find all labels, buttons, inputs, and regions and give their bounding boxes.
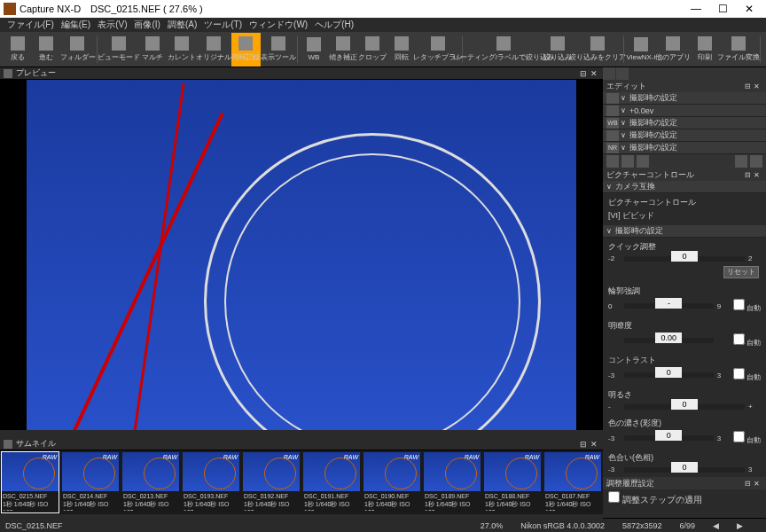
thumbnail-scrollbar[interactable] bbox=[0, 514, 603, 523]
next-icon[interactable]: ▶ bbox=[737, 521, 743, 530]
close-icon[interactable]: ✕ bbox=[754, 480, 762, 488]
panel-close-icon[interactable]: ✕ bbox=[589, 69, 599, 78]
action-icon[interactable] bbox=[637, 155, 649, 168]
pin-icon[interactable]: ⊟ bbox=[745, 82, 754, 90]
thumbnail-item[interactable]: RAWDSC_0192.NEF1秒 1/640秒 ISO 100 bbox=[243, 452, 300, 512]
status-file: DSC_0215.NEF bbox=[5, 521, 63, 530]
multi-button[interactable]: マルチ bbox=[138, 33, 167, 66]
undo-icon[interactable] bbox=[735, 155, 747, 168]
minimize-button[interactable]: — bbox=[683, 3, 709, 15]
thumbnail-item[interactable]: RAWDSC_0187.NEF1秒 1/640秒 ISO 100 bbox=[544, 452, 601, 512]
edit-row[interactable]: ∨撮影時の設定 bbox=[603, 92, 766, 105]
back-button[interactable]: 戻る bbox=[4, 33, 32, 66]
camera-compat-row[interactable]: ∨カメラ互換 bbox=[603, 181, 766, 193]
slider[interactable]: 0.00 bbox=[624, 338, 714, 343]
preview-area[interactable] bbox=[0, 80, 603, 430]
slider[interactable]: 0 bbox=[624, 372, 714, 378]
titlebar: Capture NX-D DSC_0215.NEF ( 27.6% ) — ☐ … bbox=[0, 0, 766, 18]
edit-row[interactable]: NR∨撮影時の設定 bbox=[603, 142, 766, 154]
preview-header: プレビュー ⊟ ✕ bbox=[0, 67, 603, 80]
menu-item[interactable]: 調整(A) bbox=[164, 18, 200, 32]
straighten-button[interactable]: 傾き補正 bbox=[328, 33, 358, 66]
slider[interactable]: - bbox=[624, 303, 714, 309]
thumbnail-item[interactable]: RAWDSC_0214.NEF1秒 1/640秒 ISO 100 bbox=[62, 452, 119, 512]
clear-filter[interactable]: 絞り込みをクリア bbox=[573, 33, 621, 66]
quick-slider[interactable]: 0 bbox=[624, 256, 745, 262]
thumbnail-item[interactable]: RAWDSC_0189.NEF1秒 1/640秒 ISO 100 bbox=[424, 452, 481, 512]
thumbnail-item[interactable]: RAWDSC_0213.NEF1秒 1/640秒 ISO 100 bbox=[122, 452, 179, 512]
shooting-row[interactable]: ∨撮影時の設定 bbox=[603, 225, 766, 238]
original-button[interactable]: オリジナル bbox=[197, 33, 231, 66]
menu-item[interactable]: 編集(E) bbox=[58, 18, 94, 32]
prev-icon[interactable]: ◀ bbox=[713, 521, 719, 530]
crop-button[interactable]: クロップ bbox=[357, 33, 387, 66]
edit-row[interactable]: WB∨撮影時の設定 bbox=[603, 117, 766, 129]
viewmode-button[interactable]: ビューモード bbox=[99, 33, 138, 66]
menu-item[interactable]: 画像(I) bbox=[130, 18, 163, 32]
wb-button[interactable]: WB bbox=[300, 33, 328, 66]
original-button-icon bbox=[207, 36, 221, 51]
thumbnail-item[interactable]: RAWDSC_0215.NEF1秒 1/640秒 ISO 100 bbox=[2, 452, 59, 512]
menu-item[interactable]: ファイル(F) bbox=[4, 18, 58, 32]
edit-row[interactable]: ∨+0.0ev bbox=[603, 105, 766, 117]
otherapp-button[interactable]: 他のアプリ bbox=[656, 33, 691, 66]
thumbnail-icon bbox=[4, 440, 12, 449]
menu-item[interactable]: ウィンドウ(W) bbox=[246, 18, 311, 32]
rotate-button-icon bbox=[395, 36, 409, 51]
pin-icon[interactable]: ⊟ bbox=[745, 171, 754, 179]
action-icon[interactable] bbox=[606, 155, 619, 168]
auto-checkbox[interactable]: 自動 bbox=[733, 333, 761, 348]
print-button[interactable]: 印刷 bbox=[691, 33, 719, 66]
convert-button[interactable]: ファイル変換 bbox=[719, 33, 758, 66]
panel-close-icon[interactable]: ✕ bbox=[589, 440, 599, 449]
folder-button[interactable]: フォルダー bbox=[60, 33, 95, 66]
forward-button-icon bbox=[39, 36, 53, 51]
close-button[interactable]: ✕ bbox=[736, 3, 762, 15]
forward-button[interactable]: 進む bbox=[32, 33, 60, 66]
maximize-button[interactable]: ☐ bbox=[709, 3, 736, 15]
close-icon[interactable]: ✕ bbox=[754, 171, 762, 179]
thumbnail-item[interactable]: RAWDSC_0188.NEF1秒 1/640秒 ISO 100 bbox=[484, 452, 541, 512]
menu-item[interactable]: ヘルプ(H) bbox=[311, 18, 357, 32]
reset-button[interactable]: リセット bbox=[723, 266, 759, 278]
convert-button-icon bbox=[731, 36, 746, 51]
slider[interactable]: 0 bbox=[624, 467, 745, 473]
auto-checkbox[interactable]: 自動 bbox=[733, 299, 761, 313]
thumbnail-item[interactable]: RAWDSC_0191.NEF1秒 1/640秒 ISO 100 bbox=[303, 452, 360, 512]
page-icon[interactable] bbox=[616, 67, 629, 80]
panel-pin-icon[interactable]: ⊟ bbox=[578, 69, 589, 78]
history-apply-checkbox[interactable]: 調整ステップの適用 bbox=[608, 495, 702, 505]
slider-label: 色の濃さ(彩度) bbox=[608, 418, 761, 429]
auto-checkbox[interactable]: 自動 bbox=[733, 368, 761, 382]
preview-scrollbar[interactable] bbox=[0, 430, 603, 438]
rating-filter[interactable]: レーティング/ラベルで絞り込み bbox=[464, 33, 543, 66]
picture-control-label: ピクチャーコントロール bbox=[608, 197, 761, 208]
displaytool-button[interactable]: 表示ツール bbox=[261, 33, 295, 66]
panel-pin-icon[interactable]: ⊟ bbox=[578, 440, 589, 449]
current-button[interactable]: カレント bbox=[167, 33, 197, 66]
pin-icon[interactable]: ⊟ bbox=[745, 480, 754, 488]
slider[interactable]: 0 bbox=[624, 404, 745, 410]
rotate-button[interactable]: 回転 bbox=[387, 33, 416, 66]
record-button[interactable]: 同時記録 bbox=[231, 33, 262, 66]
close-icon[interactable]: ✕ bbox=[754, 82, 762, 90]
viewmode-button-icon bbox=[112, 36, 126, 51]
pencil-icon[interactable] bbox=[603, 67, 615, 80]
menu-item[interactable]: ツール(T) bbox=[200, 18, 246, 32]
thumbnail-item[interactable]: RAWDSC_0193.NEF1秒 1/640秒 ISO 100 bbox=[183, 452, 239, 512]
thumbnail-strip[interactable]: RAWDSC_0215.NEF1秒 1/640秒 ISO 100RAWDSC_0… bbox=[0, 450, 603, 514]
status-zoom: 27.0% bbox=[481, 521, 504, 530]
menubar: ファイル(F)編集(E)表示(V)画像(I)調整(A)ツール(T)ウィンドウ(W… bbox=[0, 18, 766, 32]
viewnx-button[interactable]: ViewNX-i bbox=[626, 33, 656, 66]
slider[interactable]: 0 bbox=[624, 435, 714, 441]
preview-label: プレビュー bbox=[16, 67, 578, 79]
thumbnail-item[interactable]: RAWDSC_0190.NEF1秒 1/640秒 ISO 100 bbox=[363, 452, 420, 512]
menu-item[interactable]: 表示(V) bbox=[94, 18, 130, 32]
menu-icon[interactable] bbox=[750, 155, 762, 168]
app-icon bbox=[4, 3, 16, 15]
action-icon[interactable] bbox=[621, 155, 634, 168]
vivid-label: [VI] ビビッド bbox=[608, 210, 761, 222]
edit-row[interactable]: ∨撮影時の設定 bbox=[603, 129, 766, 142]
print-button-icon bbox=[698, 36, 712, 51]
auto-checkbox[interactable]: 自動 bbox=[733, 431, 761, 445]
